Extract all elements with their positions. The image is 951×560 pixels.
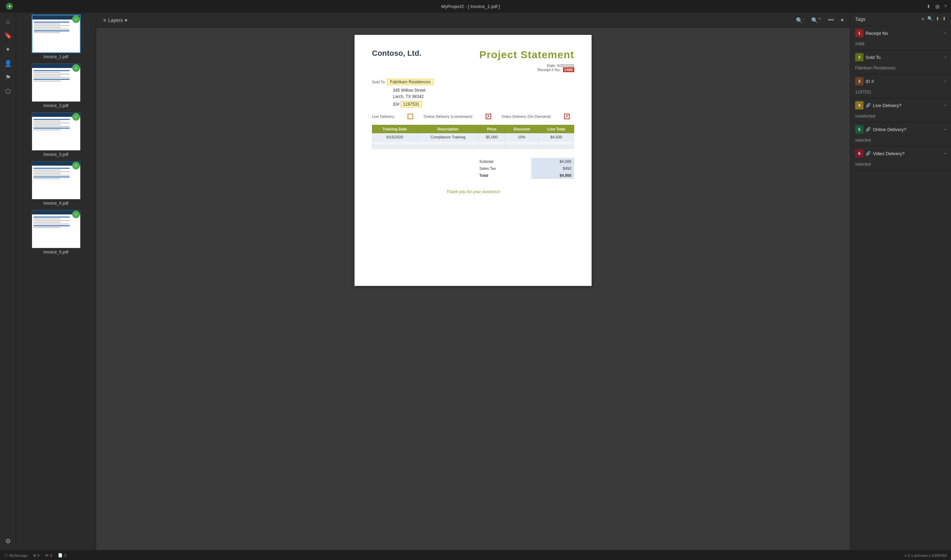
address-line2: Larch, TX 98342 [393,94,574,100]
zoom-out-button[interactable]: 🔍- [794,15,806,25]
tag-chevron-1[interactable]: › [943,32,948,34]
tax-label: Sales Tax [477,165,531,172]
files-icon: 📄 [58,553,63,558]
tag-chevron-4[interactable]: › [943,105,948,106]
statusbar: ⬡ MyStorage ◈ 5 👁 5 📄 5 ≡ 2.1-preview.1-… [0,550,951,560]
live-delivery-checkbox[interactable] [408,114,413,119]
nav-flag-icon[interactable]: ⚑ [2,71,14,84]
tag-chevron-2[interactable]: › [943,57,948,58]
filename-5: Invoice_5.pdf [43,250,68,255]
tags-header: Tags + 🔍 ⬆ ⬇ [850,12,951,26]
tag-label-2: Sold To [866,55,945,60]
video-delivery-checkbox[interactable]: ✗ [564,114,569,119]
table-row [372,145,574,149]
video-delivery-label: Video Delivery (On Demand): [502,114,551,118]
tag-row-3[interactable]: 3 ID #› [850,74,951,88]
tag-link-icon-4: 🔗 [866,103,871,108]
tag-item-4: 4🔗 Live Delivery?›unselected [850,98,951,122]
nav-home-icon[interactable]: ⌂ [2,15,14,28]
zoom-in-button[interactable]: 🔍+ [809,15,823,25]
tags-download-icon[interactable]: ⬇ [942,16,946,22]
table-cell-r0-c0: 9/15/2020 [372,133,418,141]
tag-item-3: 3 ID #›1197531 [850,74,951,98]
tag-chevron-3[interactable]: › [943,80,948,82]
tag-value-5: selected [850,136,951,146]
tag-row-2[interactable]: 2 Sold To› [850,50,951,64]
table-cell-r0-c1: Compliance Training [417,133,479,141]
tag-row-6[interactable]: 6🔗 Video Delivery?› [850,146,951,160]
filename-4: Invoice_4.pdf [43,201,68,206]
nav-puzzle-icon[interactable]: ⬡ [2,85,14,98]
file-item-invoice4[interactable]: ✓ Invoice_4.pdf [16,159,96,208]
filename-3: Invoice_3.pdf [43,152,68,157]
nav-person-icon[interactable]: 👤 [2,57,14,70]
tag-row-4[interactable]: 4🔗 Live Delivery?› [850,98,951,112]
online-delivery-label: Online Delivery (Livestream): [423,114,473,118]
tag-row-5[interactable]: 5🔗 Online Delivery?› [850,122,951,136]
table-cell-r1-c3 [505,141,539,145]
document-viewer: Contoso, Ltd. Project Statement Date: 9/… [96,28,850,550]
tag-row-1[interactable]: 1 Receipt No› [850,26,951,40]
files-count: 📄 5 [58,553,66,558]
collapse-button[interactable]: ▾ [839,15,846,25]
tag-label-3: ID # [866,79,945,84]
file-item-invoice5[interactable]: ✓ Invoice_5.pdf [16,208,96,257]
live-delivery-label: Live Delivery: [372,114,395,118]
col-line-total: Line Total [538,125,574,133]
invoice-totals: Subtotal $4,500 Sales Tax $450 Total $4,… [477,158,574,179]
settings-icon[interactable]: ⚙ [2,535,14,548]
storage-label: ⬡ MyStorage [4,553,28,558]
thank-you-text: Thank you for your business! [372,189,574,194]
help-icon[interactable]: ? [944,4,947,9]
col-training-date: Training Date [372,125,418,133]
company-name: Contoso, Ltd. [372,49,422,58]
tag-value-4: unselected [850,112,951,122]
more-options-button[interactable]: ••• [826,15,836,25]
table-cell-r1-c0 [372,141,418,145]
file-item-invoice2[interactable]: ✓ Invoice_2.pdf [16,62,96,110]
tag-link-icon-5: 🔗 [866,127,871,132]
id-label: ID# [393,102,400,107]
file-item-invoice3[interactable]: ✓ Invoice_3.pdf [16,110,96,159]
online-delivery-checkbox[interactable]: ✗ [486,114,491,119]
version-icon: ≡ [905,553,907,558]
table-cell-r2-c4 [538,145,574,149]
layers-button[interactable]: ≡ Layers ▾ [100,16,130,25]
tag-badge-6: 6 [855,149,863,158]
table-row: 9/15/2020Compliance Training$5,00010%$4,… [372,133,574,141]
check-badge-4: ✓ [72,162,80,169]
sold-to-label: Sold To: [372,80,386,84]
receipt-label: Receipt # No.: [537,68,562,72]
content-area: ≡ Layers ▾ 🔍- 🔍+ ••• ▾ Contoso, Ltd. Pro… [96,12,850,550]
icon-sidebar: ⌂ 🔖 ✦ 👤 ⚑ ⬡ ⚙ [0,12,16,550]
tag-badge-2: 2 [855,53,863,62]
tags-search-icon[interactable]: 🔍 [927,16,933,22]
nav-star-icon[interactable]: ✦ [2,43,14,56]
tags-upload-icon[interactable]: ⬆ [936,16,940,22]
table-row [372,141,574,145]
file-item-invoice1[interactable]: ✓ Invoice_1.pdf [16,12,96,62]
table-cell-r0-c3: 10% [505,133,539,141]
panels-icon[interactable]: ▤ [935,4,940,9]
tag-label-6: 🔗 Video Delivery? [866,151,945,156]
invoice-document: Contoso, Ltd. Project Statement Date: 9/… [354,35,592,286]
tags-add-icon[interactable]: + [921,16,925,22]
layers-label: Layers [108,17,123,23]
check-badge-2: ✓ [72,64,80,72]
titlebar: ✦ MyProject2 - [ Invoice_1.pdf ] ⬆ ▤ ? [0,0,951,12]
version-label: ≡ 2.1-preview.1-5305454 [905,553,947,558]
share-icon[interactable]: ⬆ [926,4,930,9]
total-value: $4,950 [531,172,574,179]
app-logo: ✦ [4,1,15,11]
invoice-title: Project Statement [479,49,574,61]
nav-bookmark-icon[interactable]: 🔖 [2,29,14,42]
tag-value-1: 2468 [850,40,951,50]
tag-chevron-6[interactable]: › [943,153,948,154]
col-price: Price [479,125,505,133]
tag-chevron-5[interactable]: › [943,129,948,130]
table-cell-r2-c3 [505,145,539,149]
tag-item-1: 1 Receipt No›2468 [850,26,951,50]
window-title: MyProject2 - [ Invoice_1.pdf ] [15,4,926,9]
id-value: 1197531 [400,101,422,108]
total-label: Total [477,172,531,179]
